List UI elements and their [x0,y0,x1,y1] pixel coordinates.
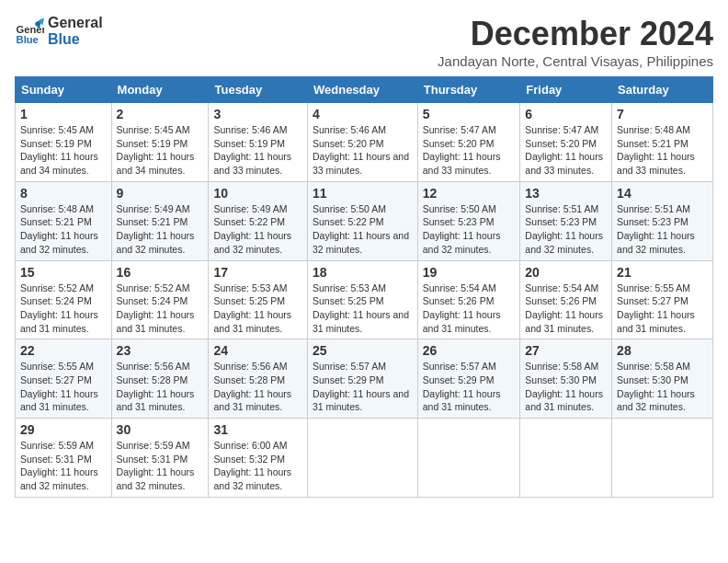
calendar-week-row: 29 Sunrise: 5:59 AMSunset: 5:31 PMDaylig… [16,419,713,498]
calendar-cell: 15 Sunrise: 5:52 AMSunset: 5:24 PMDaylig… [16,260,112,339]
calendar-cell: 24 Sunrise: 5:56 AMSunset: 5:28 PMDaylig… [209,339,308,419]
logo-blue: Blue [48,31,103,48]
title-area: December 2024 Jandayan Norte, Central Vi… [438,15,713,69]
calendar-cell: 27 Sunrise: 5:58 AMSunset: 5:30 PMDaylig… [520,339,612,419]
calendar-cell: 9 Sunrise: 5:49 AMSunset: 5:21 PMDayligh… [111,181,209,260]
page-header: General Blue General Blue December 2024 … [15,15,713,69]
logo: General Blue General Blue [15,15,103,48]
cell-info: Sunrise: 5:45 AMSunset: 5:19 PMDaylight:… [117,124,195,176]
logo-general: General [48,15,103,31]
calendar-cell: 7 Sunrise: 5:48 AMSunset: 5:21 PMDayligh… [612,103,713,182]
day-number: 27 [525,343,607,358]
day-number: 5 [423,107,516,121]
cell-info: Sunrise: 5:48 AMSunset: 5:21 PMDaylight:… [20,203,98,255]
day-number: 11 [313,186,413,201]
cell-info: Sunrise: 5:47 AMSunset: 5:20 PMDaylight:… [525,124,603,176]
day-number: 4 [313,107,413,121]
calendar-cell [520,419,612,498]
day-number: 30 [117,422,204,437]
cell-info: Sunrise: 5:58 AMSunset: 5:30 PMDaylight:… [525,361,603,412]
day-number: 20 [525,265,607,280]
calendar-cell: 31 Sunrise: 6:00 AMSunset: 5:32 PMDaylig… [209,419,308,498]
calendar-cell: 22 Sunrise: 5:55 AMSunset: 5:27 PMDaylig… [16,339,112,419]
calendar-week-row: 1 Sunrise: 5:45 AMSunset: 5:19 PMDayligh… [16,103,713,182]
calendar-cell: 6 Sunrise: 5:47 AMSunset: 5:20 PMDayligh… [520,103,612,182]
day-number: 18 [313,265,413,280]
calendar-cell: 23 Sunrise: 5:56 AMSunset: 5:28 PMDaylig… [111,339,209,419]
cell-info: Sunrise: 5:49 AMSunset: 5:21 PMDaylight:… [117,203,195,255]
day-number: 2 [117,107,204,121]
weekday-header-saturday: Saturday [612,77,713,103]
cell-info: Sunrise: 5:53 AMSunset: 5:25 PMDaylight:… [313,282,409,334]
day-number: 14 [617,186,708,201]
calendar-table: SundayMondayTuesdayWednesdayThursdayFrid… [15,76,713,498]
calendar-cell: 11 Sunrise: 5:50 AMSunset: 5:22 PMDaylig… [307,181,417,260]
cell-info: Sunrise: 5:56 AMSunset: 5:28 PMDaylight:… [213,361,291,412]
cell-info: Sunrise: 5:51 AMSunset: 5:23 PMDaylight:… [525,203,603,255]
calendar-cell: 28 Sunrise: 5:58 AMSunset: 5:30 PMDaylig… [612,339,713,419]
calendar-cell: 26 Sunrise: 5:57 AMSunset: 5:29 PMDaylig… [417,339,520,419]
calendar-cell: 19 Sunrise: 5:54 AMSunset: 5:26 PMDaylig… [417,260,520,339]
day-number: 29 [20,422,107,437]
cell-info: Sunrise: 5:53 AMSunset: 5:25 PMDaylight:… [213,282,291,334]
calendar-cell: 1 Sunrise: 5:45 AMSunset: 5:19 PMDayligh… [16,103,112,182]
day-number: 3 [213,107,302,121]
calendar-week-row: 22 Sunrise: 5:55 AMSunset: 5:27 PMDaylig… [16,339,713,419]
calendar-cell: 14 Sunrise: 5:51 AMSunset: 5:23 PMDaylig… [612,181,713,260]
calendar-cell: 10 Sunrise: 5:49 AMSunset: 5:22 PMDaylig… [209,181,308,260]
day-number: 31 [213,422,302,437]
cell-info: Sunrise: 5:52 AMSunset: 5:24 PMDaylight:… [20,282,98,334]
weekday-header-friday: Friday [520,77,612,103]
cell-info: Sunrise: 5:46 AMSunset: 5:20 PMDaylight:… [313,124,409,176]
cell-info: Sunrise: 5:55 AMSunset: 5:27 PMDaylight:… [20,361,98,412]
cell-info: Sunrise: 5:45 AMSunset: 5:19 PMDaylight:… [20,124,98,176]
calendar-cell: 13 Sunrise: 5:51 AMSunset: 5:23 PMDaylig… [520,181,612,260]
day-number: 24 [213,343,302,358]
logo-icon: General Blue [15,17,44,46]
day-number: 21 [617,265,708,280]
cell-info: Sunrise: 5:57 AMSunset: 5:29 PMDaylight:… [313,361,409,412]
day-number: 12 [423,186,516,201]
cell-info: Sunrise: 5:51 AMSunset: 5:23 PMDaylight:… [617,203,695,255]
calendar-cell: 4 Sunrise: 5:46 AMSunset: 5:20 PMDayligh… [307,103,417,182]
calendar-cell: 20 Sunrise: 5:54 AMSunset: 5:26 PMDaylig… [520,260,612,339]
day-number: 17 [213,265,302,280]
calendar-cell: 17 Sunrise: 5:53 AMSunset: 5:25 PMDaylig… [209,260,308,339]
calendar-cell: 18 Sunrise: 5:53 AMSunset: 5:25 PMDaylig… [307,260,417,339]
calendar-cell: 16 Sunrise: 5:52 AMSunset: 5:24 PMDaylig… [111,260,209,339]
day-number: 26 [423,343,516,358]
calendar-cell: 2 Sunrise: 5:45 AMSunset: 5:19 PMDayligh… [111,103,209,182]
weekday-header-tuesday: Tuesday [209,77,308,103]
cell-info: Sunrise: 5:47 AMSunset: 5:20 PMDaylight:… [423,124,501,176]
calendar-cell: 5 Sunrise: 5:47 AMSunset: 5:20 PMDayligh… [417,103,520,182]
weekday-header-monday: Monday [111,77,209,103]
cell-info: Sunrise: 6:00 AMSunset: 5:32 PMDaylight:… [213,440,291,491]
cell-info: Sunrise: 5:49 AMSunset: 5:22 PMDaylight:… [213,203,291,255]
cell-info: Sunrise: 5:46 AMSunset: 5:19 PMDaylight:… [213,124,291,176]
day-number: 28 [617,343,708,358]
day-number: 6 [525,107,607,121]
svg-text:Blue: Blue [17,34,39,45]
month-title: December 2024 [438,15,713,53]
day-number: 7 [617,107,708,121]
calendar-cell [307,419,417,498]
cell-info: Sunrise: 5:48 AMSunset: 5:21 PMDaylight:… [617,124,695,176]
cell-info: Sunrise: 5:54 AMSunset: 5:26 PMDaylight:… [525,282,603,334]
calendar-cell: 12 Sunrise: 5:50 AMSunset: 5:23 PMDaylig… [417,181,520,260]
day-number: 15 [20,265,107,280]
cell-info: Sunrise: 5:58 AMSunset: 5:30 PMDaylight:… [617,361,695,412]
day-number: 1 [20,107,107,121]
calendar-cell: 8 Sunrise: 5:48 AMSunset: 5:21 PMDayligh… [16,181,112,260]
cell-info: Sunrise: 5:57 AMSunset: 5:29 PMDaylight:… [423,361,501,412]
calendar-week-row: 8 Sunrise: 5:48 AMSunset: 5:21 PMDayligh… [16,181,713,260]
day-number: 13 [525,186,607,201]
calendar-cell: 30 Sunrise: 5:59 AMSunset: 5:31 PMDaylig… [111,419,209,498]
calendar-cell [612,419,713,498]
weekday-header-wednesday: Wednesday [307,77,417,103]
cell-info: Sunrise: 5:54 AMSunset: 5:26 PMDaylight:… [423,282,501,334]
weekday-header-row: SundayMondayTuesdayWednesdayThursdayFrid… [16,77,713,103]
cell-info: Sunrise: 5:50 AMSunset: 5:23 PMDaylight:… [423,203,501,255]
calendar-cell: 29 Sunrise: 5:59 AMSunset: 5:31 PMDaylig… [16,419,112,498]
calendar-cell: 3 Sunrise: 5:46 AMSunset: 5:19 PMDayligh… [209,103,308,182]
cell-info: Sunrise: 5:56 AMSunset: 5:28 PMDaylight:… [117,361,195,412]
